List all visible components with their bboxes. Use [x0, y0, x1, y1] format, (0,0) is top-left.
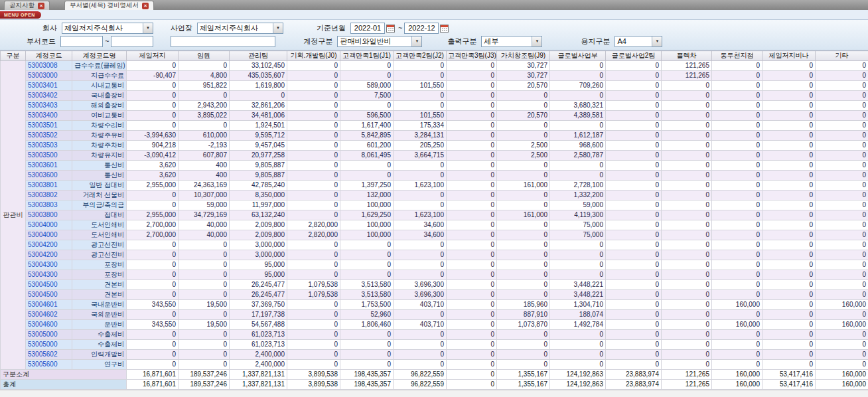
amount-cell[interactable]: 0: [662, 121, 712, 131]
amount-cell[interactable]: 0: [712, 71, 762, 81]
amount-cell[interactable]: 607,807: [179, 151, 230, 161]
account-code-cell[interactable]: 53003500: [26, 151, 72, 161]
account-name-cell[interactable]: 도서인쇄비: [72, 220, 127, 230]
amount-cell[interactable]: 0: [447, 270, 497, 280]
amount-cell[interactable]: 0: [447, 91, 497, 101]
amount-cell[interactable]: 0: [287, 270, 340, 280]
amount-cell[interactable]: 1,753,500: [340, 300, 394, 310]
account-code-cell[interactable]: 53003402: [26, 91, 72, 101]
amount-cell[interactable]: 610,000: [179, 131, 230, 141]
amount-cell[interactable]: 0: [447, 240, 497, 250]
amount-cell[interactable]: 0: [762, 161, 816, 171]
amount-cell[interactable]: 0: [606, 250, 662, 260]
amount-cell[interactable]: 0: [606, 330, 662, 340]
amount-cell[interactable]: 0: [712, 81, 762, 91]
amount-cell[interactable]: 0: [127, 101, 179, 111]
table-row[interactable]: 53003400여비교통비03,895,02234,481,0060596,50…: [1, 111, 868, 121]
amount-cell[interactable]: 1,924,501: [230, 121, 287, 131]
amount-cell[interactable]: 0: [447, 250, 497, 260]
account-code-cell[interactable]: 53004500: [26, 280, 72, 290]
amount-cell[interactable]: 0: [762, 121, 816, 131]
amount-cell[interactable]: 34,481,006: [230, 111, 287, 121]
amount-cell[interactable]: 8,350,000: [230, 191, 287, 200]
amount-cell[interactable]: 0: [662, 191, 712, 200]
amount-cell[interactable]: 2,580,787: [550, 151, 606, 161]
account-code-cell[interactable]: 53004300: [26, 260, 72, 270]
amount-cell[interactable]: -3,994,630: [127, 131, 179, 141]
account-name-cell[interactable]: 부의금/축의금: [72, 200, 127, 210]
horizontal-scrollbar[interactable]: [0, 390, 868, 397]
amount-cell[interactable]: 9,457,045: [230, 141, 287, 151]
amount-cell[interactable]: 0: [447, 230, 497, 240]
amount-cell[interactable]: 0: [662, 260, 712, 270]
amount-cell[interactable]: 0: [447, 151, 497, 161]
amount-cell[interactable]: 0: [662, 91, 712, 101]
amount-cell[interactable]: 0: [127, 290, 179, 300]
amount-cell[interactable]: 0: [179, 330, 230, 340]
amount-cell[interactable]: 403,710: [394, 300, 447, 310]
amount-cell[interactable]: 0: [287, 350, 340, 360]
amount-cell[interactable]: 0: [550, 360, 606, 370]
amount-cell[interactable]: 2,728,100: [550, 181, 606, 191]
amount-cell[interactable]: 0: [127, 111, 179, 121]
amount-cell[interactable]: 0: [127, 191, 179, 200]
amount-cell[interactable]: 0: [127, 250, 179, 260]
account-name-cell[interactable]: 국내운반비: [72, 300, 127, 310]
amount-cell[interactable]: 0: [662, 141, 712, 151]
amount-cell[interactable]: 4,800: [179, 71, 230, 81]
amount-cell[interactable]: 0: [762, 151, 816, 161]
amount-cell[interactable]: 0: [606, 340, 662, 350]
amount-cell[interactable]: 0: [712, 101, 762, 111]
amount-cell[interactable]: 0: [762, 320, 816, 330]
amount-cell[interactable]: 0: [816, 260, 868, 270]
column-header[interactable]: 기타: [816, 51, 868, 61]
amount-cell[interactable]: 0: [662, 320, 712, 330]
amount-cell[interactable]: 0: [606, 181, 662, 191]
amount-cell[interactable]: 32,861,206: [230, 101, 287, 111]
table-row[interactable]: 53004500견본비0026,245,4771,079,5383,513,58…: [1, 290, 868, 300]
amount-cell[interactable]: 0: [340, 240, 394, 250]
amount-cell[interactable]: 0: [394, 310, 447, 320]
table-row[interactable]: 53003502차량주유비-3,994,630610,0009,595,7120…: [1, 131, 868, 141]
amount-cell[interactable]: 0: [340, 161, 394, 171]
account-code-cell[interactable]: 53004000: [26, 220, 72, 230]
amount-cell[interactable]: 0: [447, 81, 497, 91]
account-code-cell[interactable]: 53004300: [26, 270, 72, 280]
table-row[interactable]: 53005000수출제비0061,023,71300000000000: [1, 340, 868, 350]
amount-cell[interactable]: 0: [340, 260, 394, 270]
amount-cell[interactable]: 2,943,200: [179, 101, 230, 111]
amount-cell[interactable]: 1,079,538: [287, 290, 340, 300]
account-name-cell[interactable]: 운반비: [72, 320, 127, 330]
amount-cell[interactable]: 0: [447, 260, 497, 270]
amount-cell[interactable]: 0: [606, 131, 662, 141]
amount-cell[interactable]: 0: [662, 220, 712, 230]
amount-cell[interactable]: 95,000: [230, 270, 287, 280]
amount-cell[interactable]: 0: [662, 151, 712, 161]
amount-cell[interactable]: 0: [497, 121, 550, 131]
amount-cell[interactable]: -3,090,412: [127, 151, 179, 161]
amount-cell[interactable]: 0: [127, 360, 179, 370]
dept-code-from-input[interactable]: [60, 36, 103, 47]
account-name-cell[interactable]: 차량수리비: [72, 121, 127, 131]
account-code-cell[interactable]: 53003600: [26, 171, 72, 181]
account-name-cell[interactable]: 도서인쇄비: [72, 230, 127, 240]
amount-cell[interactable]: 601,200: [340, 141, 394, 151]
amount-cell[interactable]: 8,061,495: [340, 151, 394, 161]
account-name-cell[interactable]: 시내교통비: [72, 81, 127, 91]
amount-cell[interactable]: 0: [712, 350, 762, 360]
amount-cell[interactable]: 1,629,250: [340, 210, 394, 220]
amount-cell[interactable]: 0: [762, 91, 816, 101]
amount-cell[interactable]: 0: [340, 330, 394, 340]
amount-cell[interactable]: 0: [712, 290, 762, 300]
amount-cell[interactable]: 0: [662, 280, 712, 290]
tab-notice[interactable]: 공지사항 ×: [4, 1, 50, 10]
amount-cell[interactable]: 0: [447, 71, 497, 81]
amount-cell[interactable]: 19,500: [179, 320, 230, 330]
amount-cell[interactable]: 0: [394, 360, 447, 370]
amount-cell[interactable]: 0: [447, 320, 497, 330]
amount-cell[interactable]: 0: [606, 350, 662, 360]
amount-cell[interactable]: 37,369,750: [230, 300, 287, 310]
account-code-cell[interactable]: 53003502: [26, 131, 72, 141]
amount-cell[interactable]: 95,000: [230, 260, 287, 270]
amount-cell[interactable]: 0: [662, 161, 712, 171]
